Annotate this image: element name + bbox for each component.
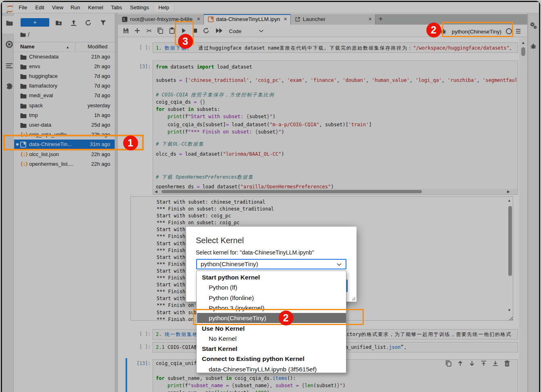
screenshot-page: FileEditViewRunKernelTabsSettingsHelp +	[0, 0, 541, 392]
kernel-option-start-kernel: Start Kernel	[197, 344, 346, 354]
annotation-rect-1	[3, 135, 144, 150]
kernel-option-start-python-kernel: Start python Kernel	[197, 272, 346, 282]
kernel-option-data-chinesetinyllm-ipynb-3f5615ef-[interactable]: data-ChineseTinyLLM.ipynb (3f5615ef)	[197, 364, 346, 374]
kernel-option-python-lf-[interactable]: Python (lf)	[197, 282, 346, 292]
kernel-option-no-kernel[interactable]: No Kernel	[197, 334, 346, 344]
annotation-rect-2	[442, 22, 513, 37]
chevron-down-icon	[337, 263, 342, 266]
dialog-label: Select kernel for: "data-ChineseTinyLLM.…	[196, 249, 314, 256]
annotation-circle-1: 1	[123, 136, 138, 150]
kernel-select-value: python(ChineseTiny)	[201, 261, 258, 268]
kernel-select[interactable]: python(ChineseTiny)	[196, 259, 346, 269]
kernel-option-python-lfonline-[interactable]: Python (lfonline)	[197, 293, 346, 303]
annotation-circle-2: 2	[426, 23, 441, 38]
annotation-circle-3: 3	[178, 34, 193, 49]
dialog-title: Select Kernel	[196, 236, 244, 245]
dialog-resize-handle[interactable]	[351, 296, 356, 301]
annotation-circle-2: 2	[279, 311, 294, 325]
kernel-option-connect-to-existing-python-kernel: Connect to Existing python Kernel	[197, 354, 346, 364]
